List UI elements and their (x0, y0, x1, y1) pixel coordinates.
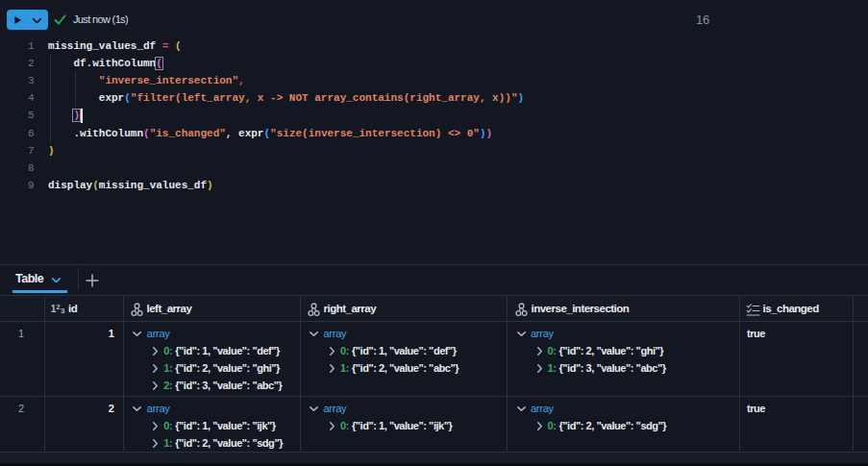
svg-text:3: 3 (60, 307, 64, 315)
